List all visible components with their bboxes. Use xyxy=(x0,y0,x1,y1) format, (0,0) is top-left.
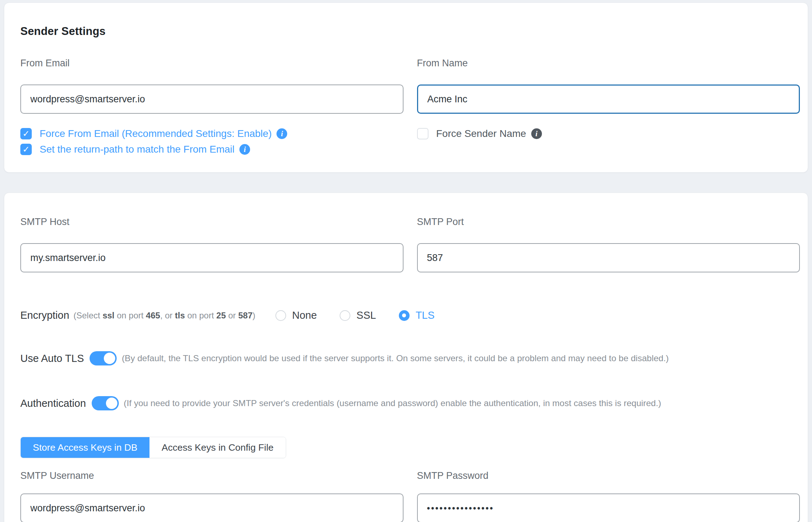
smtp-username-input[interactable] xyxy=(20,493,404,522)
radio-label: SSL xyxy=(356,309,376,321)
smtp-password-input[interactable] xyxy=(417,493,800,522)
smtp-username-label: SMTP Username xyxy=(20,470,404,481)
radio-label: TLS xyxy=(416,309,435,321)
authentication-row: Authentication (If you need to provide y… xyxy=(20,396,800,410)
from-name-label: From Name xyxy=(417,58,800,69)
encryption-option-tls[interactable]: TLS xyxy=(399,309,435,321)
radio-icon xyxy=(275,310,286,321)
info-icon[interactable]: i xyxy=(239,144,250,155)
check-icon: ✓ xyxy=(22,145,30,154)
tab-store-keys-in-db[interactable]: Store Access Keys in DB xyxy=(21,437,149,458)
auto-tls-label: Use Auto TLS xyxy=(20,353,84,364)
force-from-email-checkbox[interactable]: ✓ xyxy=(20,128,32,139)
encryption-label: Encryption xyxy=(20,309,69,321)
info-icon[interactable]: i xyxy=(276,128,287,139)
smtp-host-input[interactable] xyxy=(20,243,404,272)
radio-label: None xyxy=(292,309,317,321)
force-sender-name-checkbox[interactable]: ✓ xyxy=(417,128,428,139)
radio-dot xyxy=(402,313,406,317)
key-storage-tabs: Store Access Keys in DB Access Keys in C… xyxy=(20,437,286,458)
return-path-checkbox[interactable]: ✓ xyxy=(20,144,32,155)
return-path-row: ✓ Set the return-path to match the From … xyxy=(20,144,404,155)
smtp-password-column: SMTP Password xyxy=(417,470,800,522)
from-email-label: From Email xyxy=(20,58,404,69)
smtp-port-column: SMTP Port xyxy=(417,216,800,272)
tab-keys-in-config-file[interactable]: Access Keys in Config File xyxy=(149,437,286,458)
auto-tls-toggle[interactable] xyxy=(90,351,117,365)
toggle-knob xyxy=(106,398,117,409)
auto-tls-row: Use Auto TLS (By default, the TLS encryp… xyxy=(20,351,800,365)
encryption-option-none[interactable]: None xyxy=(275,309,317,321)
smtp-username-column: SMTP Username xyxy=(20,470,404,522)
check-icon: ✓ xyxy=(22,129,30,138)
radio-icon xyxy=(340,310,350,321)
authentication-toggle[interactable] xyxy=(92,396,119,410)
smtp-port-label: SMTP Port xyxy=(417,216,800,227)
from-name-options: ✓ Force Sender Name i xyxy=(417,128,800,139)
encryption-hint: (Select ssl on port 465, or tls on port … xyxy=(73,311,255,321)
authentication-label: Authentication xyxy=(20,398,86,409)
smtp-settings-card: SMTP Host SMTP Port Encryption (Select s… xyxy=(4,193,808,522)
smtp-password-label: SMTP Password xyxy=(417,470,800,481)
force-sender-name-label[interactable]: Force Sender Name xyxy=(436,128,526,139)
force-sender-name-row: ✓ Force Sender Name i xyxy=(417,128,800,139)
encryption-radio-group: None SSL TLS xyxy=(275,309,457,321)
force-from-email-label[interactable]: Force From Email (Recommended Settings: … xyxy=(40,128,271,139)
from-name-column: From Name ✓ Force Sender Name i xyxy=(417,58,800,155)
auto-tls-hint: (By default, the TLS encryption would be… xyxy=(122,353,669,363)
from-email-options: ✓ Force From Email (Recommended Settings… xyxy=(20,128,404,155)
toggle-knob xyxy=(104,353,115,364)
return-path-label[interactable]: Set the return-path to match the From Em… xyxy=(40,144,234,155)
info-icon[interactable]: i xyxy=(531,128,542,139)
from-email-column: From Email ✓ Force From Email (Recommend… xyxy=(20,58,404,155)
force-from-email-row: ✓ Force From Email (Recommended Settings… xyxy=(20,128,404,139)
sender-settings-card: Sender Settings From Email ✓ Force From … xyxy=(4,2,808,173)
radio-icon xyxy=(399,310,410,321)
smtp-host-label: SMTP Host xyxy=(20,216,404,227)
encryption-option-ssl[interactable]: SSL xyxy=(340,309,376,321)
smtp-host-column: SMTP Host xyxy=(20,216,404,272)
smtp-port-input[interactable] xyxy=(417,243,800,272)
from-email-input[interactable] xyxy=(20,85,404,114)
section-title: Sender Settings xyxy=(20,25,800,38)
authentication-hint: (If you need to provide your SMTP server… xyxy=(124,398,661,408)
encryption-row: Encryption (Select ssl on port 465, or t… xyxy=(20,309,800,321)
from-name-input[interactable] xyxy=(417,85,800,114)
